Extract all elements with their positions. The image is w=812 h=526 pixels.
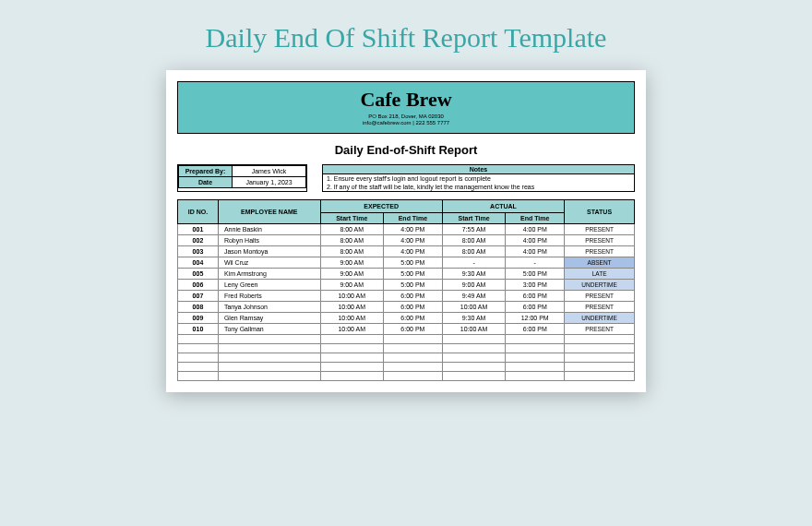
table-row-blank: [178, 353, 635, 363]
cell-status: ABSENT: [565, 257, 635, 269]
table-row: 003Jason Montoya8:00 AM4:00 PM8:00 AM4:0…: [178, 246, 635, 257]
document-paper: Cafe Brew PO Box 218, Dover, MA 02030 in…: [166, 70, 646, 392]
cell-exp-end: 6:00 PM: [383, 324, 442, 335]
cell-exp-start: 10:00 AM: [320, 313, 383, 324]
notes-heading: Notes: [323, 165, 634, 174]
brand-name: Cafe Brew: [178, 88, 634, 112]
table-row-blank: [178, 344, 635, 353]
col-exp-end: End Time: [383, 213, 442, 224]
cell-exp-end: 4:00 PM: [383, 235, 442, 246]
cell-id: 001: [178, 224, 219, 235]
cell-status: PRESENT: [565, 246, 635, 257]
cell-exp-end: 5:00 PM: [383, 280, 442, 291]
cell-exp-end: 5:00 PM: [383, 269, 442, 280]
date-value: January 1, 2023: [233, 177, 306, 188]
col-id: ID NO.: [178, 200, 219, 224]
cell-exp-end: 4:00 PM: [383, 246, 442, 257]
notes-line-2: 2. If any of the staff will be late, kin…: [323, 183, 634, 191]
cell-act-start: 9:00 AM: [442, 280, 505, 291]
cell-exp-end: 6:00 PM: [383, 313, 442, 324]
cell-exp-start: 8:00 AM: [320, 246, 383, 257]
cell-act-end: 6:00 PM: [506, 302, 565, 313]
table-row: 010Tony Gallman10:00 AM6:00 PM10:00 AM6:…: [178, 324, 635, 335]
cell-act-start: 8:00 AM: [442, 246, 505, 257]
cell-exp-end: 4:00 PM: [383, 224, 442, 235]
table-row: 002Robyn Halts8:00 AM4:00 PM8:00 AM4:00 …: [178, 235, 635, 246]
cell-act-start: 7:55 AM: [442, 224, 505, 235]
cell-exp-start: 10:00 AM: [320, 324, 383, 335]
table-row-blank: [178, 372, 635, 381]
page-title: Daily End Of Shift Report Template: [206, 22, 607, 54]
meta-left: Prepared By: James Wick Date January 1, …: [177, 164, 307, 192]
report-title: Daily End-of-Shift Report: [177, 143, 635, 157]
cell-status: PRESENT: [565, 291, 635, 302]
shift-table: ID NO. EMPLOYEE NAME EXPECTED ACTUAL STA…: [177, 199, 635, 381]
cell-status: UNDERTIME: [565, 280, 635, 291]
cell-act-end: 12:00 PM: [506, 313, 565, 324]
cell-act-end: 4:00 PM: [506, 246, 565, 257]
cell-act-start: 9:49 AM: [442, 291, 505, 302]
cell-id: 008: [178, 302, 219, 313]
cell-name: Tanya Johnson: [218, 302, 320, 313]
prepared-by-label: Prepared By:: [179, 166, 233, 177]
prepared-by-value: James Wick: [233, 166, 306, 177]
cell-status: PRESENT: [565, 235, 635, 246]
cell-exp-start: 8:00 AM: [320, 224, 383, 235]
cell-name: Kim Armstrong: [218, 269, 320, 280]
cell-id: 005: [178, 269, 219, 280]
meta-section: Prepared By: James Wick Date January 1, …: [177, 164, 635, 192]
table-row: 005Kim Armstrong9:00 AM5:00 PM9:30 AM5:0…: [178, 269, 635, 280]
cell-status: PRESENT: [565, 324, 635, 335]
cell-exp-end: 6:00 PM: [383, 291, 442, 302]
col-expected: EXPECTED: [320, 200, 442, 213]
cell-name: Fred Roberts: [218, 291, 320, 302]
cell-act-end: 3:00 PM: [506, 280, 565, 291]
cell-id: 003: [178, 246, 219, 257]
notes-line-1: 1. Ensure every staff's login and logout…: [323, 174, 634, 183]
cell-act-start: -: [442, 257, 505, 269]
col-name: EMPLOYEE NAME: [218, 200, 320, 224]
cell-exp-start: 10:00 AM: [320, 291, 383, 302]
cell-id: 002: [178, 235, 219, 246]
cell-name: Robyn Halts: [218, 235, 320, 246]
cell-exp-end: 6:00 PM: [383, 302, 442, 313]
table-row-blank: [178, 335, 635, 344]
cell-exp-start: 10:00 AM: [320, 302, 383, 313]
cell-act-start: 8:00 AM: [442, 235, 505, 246]
date-label: Date: [179, 177, 233, 188]
cell-name: Wil Cruz: [218, 257, 320, 269]
cell-exp-start: 9:00 AM: [320, 257, 383, 269]
table-row: 006Leny Green9:00 AM5:00 PM9:00 AM3:00 P…: [178, 280, 635, 291]
table-row: 004Wil Cruz9:00 AM5:00 PM--ABSENT: [178, 257, 635, 269]
table-row-blank: [178, 363, 635, 372]
cell-name: Leny Green: [218, 280, 320, 291]
cell-name: Annie Baskin: [218, 224, 320, 235]
cell-status: LATE: [565, 269, 635, 280]
cell-act-start: 10:00 AM: [442, 302, 505, 313]
header-banner: Cafe Brew PO Box 218, Dover, MA 02030 in…: [177, 81, 635, 134]
cell-status: PRESENT: [565, 302, 635, 313]
table-row: 007Fred Roberts10:00 AM6:00 PM9:49 AM6:0…: [178, 291, 635, 302]
cell-act-start: 9:30 AM: [442, 269, 505, 280]
cell-id: 010: [178, 324, 219, 335]
cell-id: 006: [178, 280, 219, 291]
brand-contact: info@cafebrew.com | 222 555 7777: [178, 120, 634, 126]
cell-act-end: 5:00 PM: [506, 269, 565, 280]
cell-act-start: 10:00 AM: [442, 324, 505, 335]
table-row: 009Glen Ramsay10:00 AM6:00 PM9:30 AM12:0…: [178, 313, 635, 324]
cell-id: 009: [178, 313, 219, 324]
cell-name: Jason Montoya: [218, 246, 320, 257]
cell-status: UNDERTIME: [565, 313, 635, 324]
col-act-end: End Time: [506, 213, 565, 224]
cell-id: 004: [178, 257, 219, 269]
col-status: STATUS: [565, 200, 635, 224]
cell-name: Tony Gallman: [218, 324, 320, 335]
col-actual: ACTUAL: [442, 200, 564, 213]
cell-status: PRESENT: [565, 224, 635, 235]
table-row: 008Tanya Johnson10:00 AM6:00 PM10:00 AM6…: [178, 302, 635, 313]
cell-act-start: 9:30 AM: [442, 313, 505, 324]
cell-exp-start: 8:00 AM: [320, 235, 383, 246]
brand-address: PO Box 218, Dover, MA 02030: [178, 114, 634, 119]
cell-exp-end: 5:00 PM: [383, 257, 442, 269]
cell-exp-start: 9:00 AM: [320, 280, 383, 291]
